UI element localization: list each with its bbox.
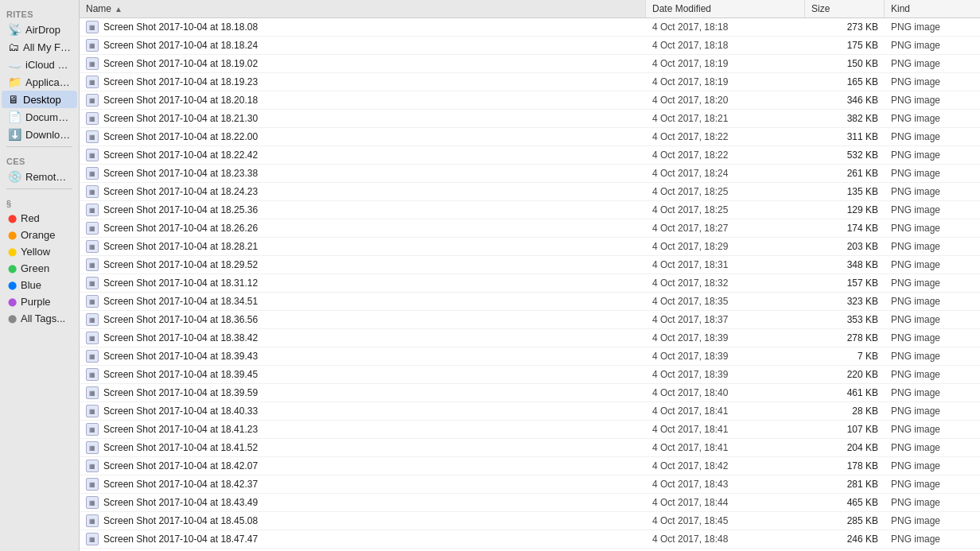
file-size: 278 KB (805, 330, 885, 346)
file-kind: PNG image (885, 111, 980, 126)
file-size: 353 KB (805, 312, 885, 328)
table-row[interactable]: ▦Screen Shot 2017-10-04 at 18.34.514 Oct… (80, 293, 980, 311)
file-date: 4 Oct 2017, 18:20 (646, 92, 805, 108)
sidebar-item-applications[interactable]: 📁 Applications (2, 73, 77, 91)
sidebar-item-downloads[interactable]: ⬇️ Downloads (2, 126, 77, 143)
tag-all-icon: ⬤ (8, 314, 17, 323)
sidebar-item-label: Red (21, 212, 40, 224)
file-name-cell: ▦Screen Shot 2017-10-04 at 18.36.56 (80, 311, 646, 328)
column-header-name[interactable]: Name ▲ (80, 0, 646, 17)
table-row[interactable]: ▦Screen Shot 2017-10-04 at 18.31.124 Oct… (80, 274, 980, 293)
file-name: Screen Shot 2017-10-04 at 18.20.18 (103, 95, 258, 106)
sidebar-item-label: Orange (21, 229, 55, 241)
table-row[interactable]: ▦Screen Shot 2017-10-04 at 18.25.364 Oct… (80, 201, 980, 219)
file-size: 129 KB (805, 202, 885, 218)
file-name-cell: ▦Screen Shot 2017-10-04 at 18.22.42 (80, 146, 646, 164)
file-kind: PNG image (885, 147, 980, 163)
table-row[interactable]: ▦Screen Shot 2017-10-04 at 18.36.564 Oct… (80, 311, 980, 329)
file-name: Screen Shot 2017-10-04 at 18.21.30 (103, 113, 258, 124)
sidebar-item-tag-purple[interactable]: ⬤ Purple (2, 293, 77, 310)
table-row[interactable]: ▦Screen Shot 2017-10-04 at 18.18.244 Oct… (80, 37, 980, 55)
file-icon: ▦ (86, 185, 99, 198)
file-date: 4 Oct 2017, 18:43 (646, 476, 805, 492)
column-header-size[interactable]: Size (805, 0, 885, 17)
table-row[interactable]: ▦Screen Shot 2017-10-04 at 18.39.434 Oct… (80, 347, 980, 366)
file-name: Screen Shot 2017-10-04 at 18.24.23 (103, 186, 258, 197)
sidebar-item-airdrop[interactable]: 📡 AirDrop (2, 21, 77, 38)
table-row[interactable]: ▦Screen Shot 2017-10-04 at 18.43.494 Oct… (80, 494, 980, 512)
column-header-kind[interactable]: Kind (885, 0, 980, 17)
table-row[interactable]: ▦Screen Shot 2017-10-04 at 18.42.374 Oct… (80, 475, 980, 494)
sidebar-item-tag-orange[interactable]: ⬤ Orange (2, 227, 77, 243)
sidebar-item-icloud[interactable]: ☁️ iCloud Drive (2, 56, 77, 73)
column-kind-label: Kind (891, 3, 910, 14)
favorites-section-label: rites (0, 3, 79, 21)
table-row[interactable]: ▦Screen Shot 2017-10-04 at 18.18.084 Oct… (80, 18, 980, 37)
file-kind: PNG image (885, 476, 980, 492)
table-row[interactable]: ▦Screen Shot 2017-10-04 at 18.19.234 Oct… (80, 73, 980, 91)
sidebar-item-label: All Tags... (21, 312, 65, 324)
sidebar-item-allmyfiles[interactable]: 🗂 All My Files (2, 38, 77, 56)
sidebar-divider-2 (6, 188, 72, 189)
table-row[interactable]: ▦Screen Shot 2017-10-04 at 18.26.264 Oct… (80, 219, 980, 238)
table-row[interactable]: ▦Screen Shot 2017-10-04 at 18.41.234 Oct… (80, 421, 980, 439)
column-name-label: Name (86, 3, 111, 14)
file-name-cell: ▦Screen Shot 2017-10-04 at 18.29.52 (80, 256, 646, 274)
table-row[interactable]: ▦Screen Shot 2017-10-04 at 18.38.424 Oct… (80, 329, 980, 347)
table-row[interactable]: ▦Screen Shot 2017-10-04 at 18.22.004 Oct… (80, 128, 980, 146)
table-row[interactable]: ▦Screen Shot 2017-10-04 at 18.29.524 Oct… (80, 256, 980, 274)
sidebar-item-tag-green[interactable]: ⬤ Green (2, 260, 77, 277)
sidebar-item-label: All My Files (23, 41, 71, 53)
file-name: Screen Shot 2017-10-04 at 18.47.47 (103, 534, 258, 545)
file-date: 4 Oct 2017, 18:25 (646, 202, 805, 218)
table-row[interactable]: ▦Screen Shot 2017-10-04 at 18.24.234 Oct… (80, 183, 980, 201)
file-size: 165 KB (805, 74, 885, 90)
table-row[interactable]: ▦Screen Shot 2017-10-04 at 18.39.454 Oct… (80, 366, 980, 384)
file-name: Screen Shot 2017-10-04 at 18.22.42 (103, 149, 258, 161)
sidebar-item-documents[interactable]: 📄 Documents (2, 108, 77, 126)
file-icon: ▦ (86, 405, 99, 417)
file-icon: ▦ (86, 277, 99, 289)
file-name-cell: ▦Screen Shot 2017-10-04 at 18.41.52 (80, 439, 646, 456)
sidebar-divider-1 (6, 146, 72, 147)
file-name: Screen Shot 2017-10-04 at 18.31.12 (103, 277, 258, 289)
file-size: 246 KB (805, 531, 885, 547)
table-row[interactable]: ▦Screen Shot 2017-10-04 at 18.28.214 Oct… (80, 238, 980, 256)
table-row[interactable]: ▦Screen Shot 2017-10-04 at 18.47.474 Oct… (80, 530, 980, 549)
sidebar-item-desktop[interactable]: 🖥 Desktop (2, 91, 77, 108)
file-name: Screen Shot 2017-10-04 at 18.18.08 (103, 21, 258, 33)
table-row[interactable]: ▦Screen Shot 2017-10-04 at 18.22.424 Oct… (80, 146, 980, 165)
table-row[interactable]: ▦Screen Shot 2017-10-04 at 18.39.594 Oct… (80, 384, 980, 402)
remote-disc-icon: 💿 (8, 170, 21, 183)
sidebar-item-tag-red[interactable]: ⬤ Red (2, 210, 77, 227)
file-icon: ▦ (86, 423, 99, 436)
column-header-date[interactable]: Date Modified (646, 0, 805, 17)
sidebar-item-tag-all[interactable]: ⬤ All Tags... (2, 310, 77, 327)
table-row[interactable]: ▦Screen Shot 2017-10-04 at 18.42.074 Oct… (80, 457, 980, 475)
all-my-files-icon: 🗂 (8, 41, 19, 53)
devices-section-label: ces (0, 150, 79, 168)
sidebar-item-tag-yellow[interactable]: ⬤ Yellow (2, 243, 77, 260)
file-kind: PNG image (885, 421, 980, 437)
file-date: 4 Oct 2017, 18:19 (646, 56, 805, 72)
sidebar-item-remote-disc[interactable]: 💿 Remote Disc (2, 168, 77, 185)
table-body: ▦Screen Shot 2017-10-04 at 18.18.084 Oct… (80, 18, 980, 551)
table-row[interactable]: ▦Screen Shot 2017-10-04 at 18.20.184 Oct… (80, 91, 980, 110)
file-name: Screen Shot 2017-10-04 at 18.39.59 (103, 387, 258, 398)
table-row[interactable]: ▦Screen Shot 2017-10-04 at 18.19.024 Oct… (80, 55, 980, 73)
table-row[interactable]: ▦Screen Shot 2017-10-04 at 18.45.084 Oct… (80, 512, 980, 530)
file-kind: PNG image (885, 293, 980, 309)
file-date: 4 Oct 2017, 18:21 (646, 111, 805, 126)
file-name: Screen Shot 2017-10-04 at 18.41.52 (103, 442, 258, 453)
file-date: 4 Oct 2017, 18:31 (646, 257, 805, 273)
table-row[interactable]: ▦Screen Shot 2017-10-04 at 18.23.384 Oct… (80, 165, 980, 183)
file-name-cell: ▦Screen Shot 2017-10-04 at 18.41.23 (80, 421, 646, 438)
file-icon: ▦ (86, 167, 99, 180)
table-row[interactable]: ▦Screen Shot 2017-10-04 at 18.21.304 Oct… (80, 110, 980, 128)
file-date: 4 Oct 2017, 18:45 (646, 513, 805, 529)
sidebar-item-tag-blue[interactable]: ⬤ Blue (2, 277, 77, 293)
table-row[interactable]: ▦Screen Shot 2017-10-04 at 18.41.524 Oct… (80, 439, 980, 457)
file-date: 4 Oct 2017, 18:41 (646, 421, 805, 437)
table-row[interactable]: ▦Screen Shot 2017-10-04 at 18.40.334 Oct… (80, 402, 980, 421)
file-icon: ▦ (86, 350, 99, 363)
